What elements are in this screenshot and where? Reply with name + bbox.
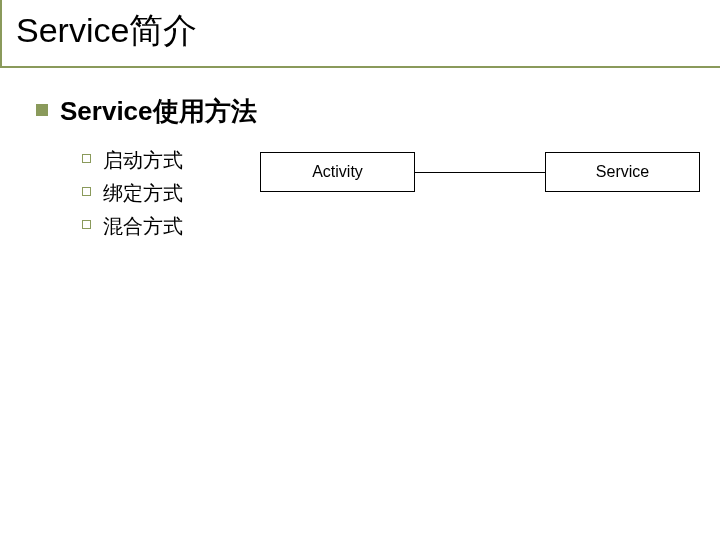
heading-text: Service使用方法 [60,94,257,129]
list-item: 混合方式 [82,213,720,240]
bullet-hollow-icon [82,154,91,163]
service-box: Service [545,152,700,192]
bullet-hollow-icon [82,220,91,229]
title-area: Service简介 [0,0,720,68]
slide: Service简介 Service使用方法 启动方式 绑定方式 混合方式 Act… [0,0,720,540]
connector-line-icon [415,172,545,173]
slide-title: Service简介 [16,8,720,54]
list-item-text: 启动方式 [103,147,183,174]
list-item-text: 绑定方式 [103,180,183,207]
heading-item: Service使用方法 [36,94,720,129]
activity-box: Activity [260,152,415,192]
list-item-text: 混合方式 [103,213,183,240]
bullet-square-icon [36,104,48,116]
connector [415,152,545,192]
bullet-hollow-icon [82,187,91,196]
diagram: Activity Service [260,152,700,192]
